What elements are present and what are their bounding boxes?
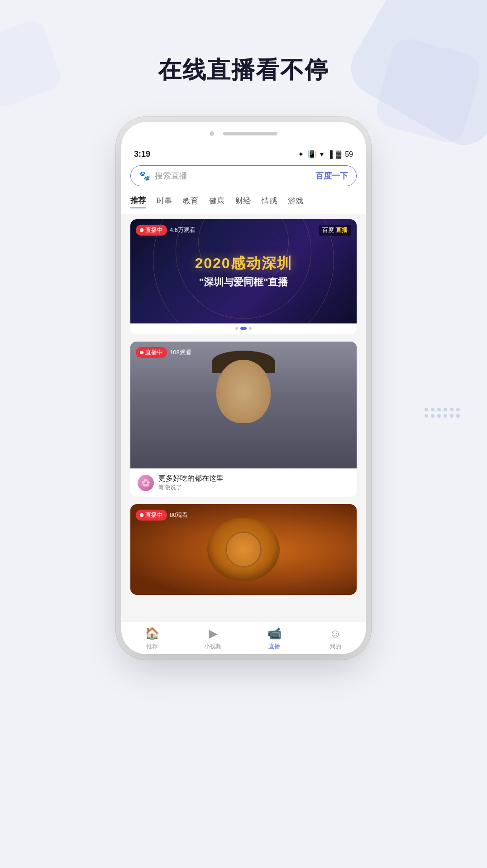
live-dot-badge-2: 直播中 [136, 347, 167, 358]
channel-info: 🌸 更多好吃的都在这里 奇葩说了 [130, 468, 357, 497]
dot-3 [249, 327, 252, 330]
notch-bar [223, 132, 277, 135]
event-brand: 娱乐生活 [232, 275, 255, 284]
channel-title: 更多好吃的都在这里 [158, 474, 224, 483]
status-time: 3:19 [134, 149, 150, 159]
slide-dots [130, 323, 357, 334]
viewer-count-1: 4.6万观看 [170, 226, 196, 234]
channel-details: 更多好吃的都在这里 奇葩说了 [158, 474, 224, 492]
search-button[interactable]: 百度一下 [315, 170, 348, 181]
live-card-person[interactable]: 直播中 108观看 🌸 更多好吃的都在这里 奇葩说了 [130, 342, 357, 497]
viewer-count-3: 80观看 [170, 511, 188, 519]
live-dot-badge-3: 直播中 [136, 510, 167, 521]
category-tabs: 推荐 时事 教育 健康 财经 情感 游戏 [121, 192, 366, 214]
live-card-food[interactable]: 直播中 80观看 [130, 504, 357, 595]
battery-level: 59 [345, 150, 353, 159]
bluetooth-icon: ✦ [298, 150, 304, 159]
channel-name: 奇葩说了 [158, 483, 224, 492]
face-area [212, 351, 275, 423]
baidu-badge: 百度 直播 [319, 225, 351, 236]
status-icons: ✦ 📳 ▾ ▐ ▓ 59 [298, 150, 353, 159]
tab-games[interactable]: 游戏 [288, 196, 303, 208]
tab-education[interactable]: 教育 [183, 196, 198, 208]
live-tag: 直播 [336, 226, 348, 234]
viewer-count-2: 108观看 [170, 348, 191, 357]
event-year: 2020感动深圳 [195, 254, 292, 274]
mooncake-visual [207, 518, 280, 581]
avatar-icon: 🌸 [141, 478, 150, 487]
face [216, 360, 271, 423]
baidu-text: 百度 [322, 226, 334, 234]
nav-label-live: 直播 [268, 642, 280, 651]
search-bar-wrapper: 🐾 搜索直播 百度一下 [121, 162, 366, 192]
play-icon: ▶ [209, 627, 218, 641]
tab-health[interactable]: 健康 [209, 196, 224, 208]
live-dot-1 [140, 228, 143, 232]
live-badge-2: 直播中 108观看 [136, 347, 191, 358]
live-thumb-person: 直播中 108观看 [130, 342, 357, 468]
live-thumb-event: 直播中 4.6万观看 百度 直播 2020感动深圳 "深圳与爱 [130, 219, 357, 323]
dot-1 [235, 327, 238, 330]
live-card-event[interactable]: 直播中 4.6万观看 百度 直播 2020感动深圳 "深圳与爱 [130, 219, 357, 334]
page-title: 在线直播看不停 [0, 0, 487, 86]
signal-icon: ▐ [327, 150, 332, 159]
baidu-paw-icon: 🐾 [139, 170, 150, 181]
search-bar[interactable]: 🐾 搜索直播 百度一下 [130, 165, 357, 186]
tab-current-affairs[interactable]: 时事 [157, 196, 172, 208]
live-label-1: 直播中 [145, 226, 163, 234]
bottom-navigation: 🏠 推荐 ▶ 小视频 📹 直播 ☺ 我的 [121, 622, 366, 654]
nav-item-short-video[interactable]: ▶ 小视频 [182, 627, 244, 651]
live-thumb-food: 直播中 80观看 [130, 504, 357, 595]
home-icon: 🏠 [145, 627, 159, 641]
content-area: 直播中 4.6万观看 百度 直播 2020感动深圳 "深圳与爱 [121, 214, 366, 622]
nav-label-recommend: 推荐 [146, 642, 158, 651]
person-icon: ☺ [329, 627, 341, 641]
phone-notch [121, 122, 366, 145]
nav-label-mine: 我的 [329, 642, 341, 651]
wifi-icon: ▾ [320, 150, 324, 159]
notch-dot [210, 131, 214, 136]
vibrate-icon: 📳 [307, 150, 316, 159]
live-label-3: 直播中 [145, 511, 163, 519]
status-bar: 3:19 ✦ 📳 ▾ ▐ ▓ 59 [121, 145, 366, 162]
live-label-2: 直播中 [145, 348, 163, 357]
tab-recommended[interactable]: 推荐 [130, 195, 146, 208]
search-placeholder: 搜索直播 [155, 170, 315, 181]
live-badge-3: 直播中 80观看 [136, 510, 188, 521]
person-silhouette [130, 342, 357, 468]
baidu-badge-inner: 百度 直播 [319, 225, 351, 236]
dot-2 [240, 327, 247, 330]
tab-finance[interactable]: 财经 [235, 196, 251, 208]
nav-label-short-video: 小视频 [204, 642, 222, 651]
live-dot-3 [140, 513, 143, 517]
video-camera-icon: 📹 [267, 627, 282, 641]
live-dot-2 [140, 351, 143, 354]
nav-item-mine[interactable]: ☺ 我的 [305, 627, 366, 651]
nav-item-recommend[interactable]: 🏠 推荐 [121, 627, 182, 651]
phone-container: 3:19 ✦ 📳 ▾ ▐ ▓ 59 🐾 搜索直播 百度一下 推荐 时事 教育 健… [0, 122, 487, 654]
event-text: 2020感动深圳 "深圳与爱同框"直播 娱乐生活 [195, 254, 292, 289]
battery-icon: ▓ [336, 150, 342, 159]
mooncake-pattern [225, 531, 262, 568]
phone-mockup: 3:19 ✦ 📳 ▾ ▐ ▓ 59 🐾 搜索直播 百度一下 推荐 时事 教育 健… [121, 122, 366, 654]
live-badge-1: 直播中 4.6万观看 [136, 225, 196, 236]
live-dot-badge-1: 直播中 [136, 225, 167, 236]
nav-item-live[interactable]: 📹 直播 [244, 627, 305, 651]
tab-emotion[interactable]: 情感 [262, 196, 277, 208]
channel-avatar: 🌸 [138, 475, 154, 491]
